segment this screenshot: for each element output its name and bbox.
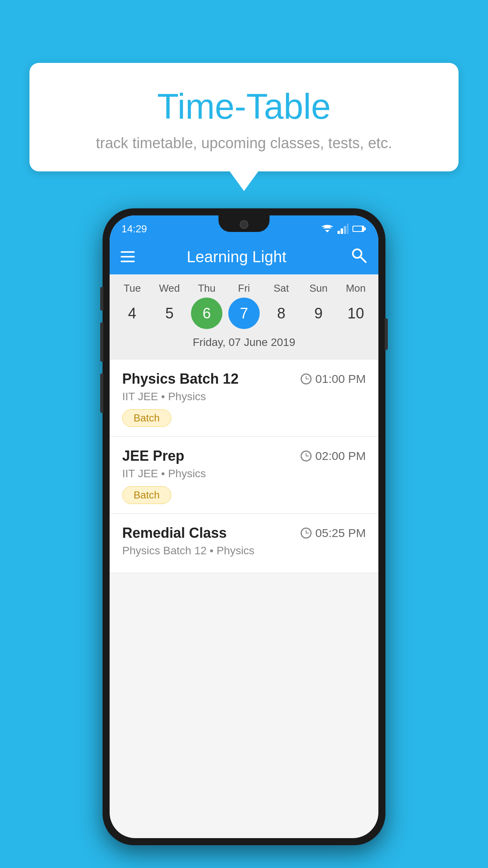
svg-rect-3 <box>344 226 346 234</box>
class-item-top: Physics Batch 12 01:00 PM <box>122 371 366 387</box>
volume-up-button <box>100 322 103 362</box>
class-time-value: 01:00 PM <box>316 372 366 386</box>
camera <box>240 220 248 229</box>
calendar-week: Tue Wed Thu Fri Sat Sun Mon 4 5 6 7 8 9 … <box>110 274 378 360</box>
day-headers: Tue Wed Thu Fri Sat Sun Mon <box>110 282 378 294</box>
bubble-title: Time-Table <box>49 86 439 127</box>
svg-rect-7 <box>353 226 362 231</box>
status-icons <box>321 224 367 234</box>
class-subject-3: Physics Batch 12 • Physics <box>122 544 366 557</box>
class-time-value-2: 02:00 PM <box>316 449 366 463</box>
phone-screen: 14:29 <box>110 215 378 838</box>
wifi-icon <box>321 224 334 234</box>
class-item-top-3: Remedial Class 05:25 PM <box>122 525 366 541</box>
day-numbers: 4 5 6 7 8 9 10 <box>110 294 378 332</box>
day-10[interactable]: 10 <box>340 298 371 329</box>
silent-button <box>100 287 103 311</box>
volume-down-button <box>100 373 103 413</box>
menu-icon[interactable] <box>121 251 135 262</box>
speech-bubble: Time-Table track timetable, upcoming cla… <box>29 63 459 171</box>
day-header-fri: Fri <box>228 282 260 294</box>
day-4[interactable]: 4 <box>116 298 148 329</box>
notch <box>218 215 270 232</box>
class-item-remedial[interactable]: Remedial Class 05:25 PM Physics Batch 12… <box>110 514 378 573</box>
day-header-sat: Sat <box>266 282 297 294</box>
class-subject: IIT JEE • Physics <box>122 390 366 403</box>
battery-icon <box>352 224 367 233</box>
class-item-top-2: JEE Prep 02:00 PM <box>122 448 366 464</box>
svg-marker-0 <box>325 230 330 232</box>
selected-date: Friday, 07 June 2019 <box>110 332 378 356</box>
bubble-subtitle: track timetable, upcoming classes, tests… <box>49 135 439 152</box>
class-time-value-3: 05:25 PM <box>316 526 366 540</box>
search-icon[interactable] <box>350 246 367 267</box>
day-5[interactable]: 5 <box>154 298 185 329</box>
svg-rect-2 <box>341 228 343 234</box>
class-item-jee-prep[interactable]: JEE Prep 02:00 PM IIT JEE • Physics Batc… <box>110 437 378 514</box>
clock-icon-2 <box>301 451 312 462</box>
phone-frame: 14:29 <box>103 208 385 845</box>
class-time-3: 05:25 PM <box>301 526 366 540</box>
signal-icon <box>338 224 349 234</box>
power-button <box>385 318 388 350</box>
day-header-thu: Thu <box>191 282 222 294</box>
class-time: 01:00 PM <box>301 372 366 386</box>
class-item-physics-batch-12[interactable]: Physics Batch 12 01:00 PM IIT JEE • Phys… <box>110 360 378 437</box>
day-header-tue: Tue <box>116 282 148 294</box>
svg-rect-4 <box>347 224 349 234</box>
clock-icon <box>301 373 312 384</box>
day-6-today[interactable]: 6 <box>191 298 222 329</box>
batch-badge: Batch <box>122 409 171 427</box>
class-subject-2: IIT JEE • Physics <box>122 467 366 480</box>
class-time-2: 02:00 PM <box>301 449 366 463</box>
class-name-3: Remedial Class <box>122 525 227 541</box>
svg-rect-6 <box>364 227 366 230</box>
day-header-mon: Mon <box>340 282 371 294</box>
day-8[interactable]: 8 <box>266 298 297 329</box>
class-name-2: JEE Prep <box>122 448 184 464</box>
svg-line-9 <box>360 257 366 262</box>
clock-icon-3 <box>301 528 312 539</box>
status-time: 14:29 <box>121 223 147 235</box>
day-header-wed: Wed <box>154 282 185 294</box>
batch-badge-2: Batch <box>122 486 171 504</box>
class-name: Physics Batch 12 <box>122 371 238 387</box>
svg-rect-1 <box>338 231 340 234</box>
app-title: Learning Light <box>147 248 327 266</box>
day-7-selected[interactable]: 7 <box>228 298 260 329</box>
app-bar: Learning Light <box>110 239 378 274</box>
day-9[interactable]: 9 <box>303 298 334 329</box>
phone-mockup: 14:29 <box>103 208 385 845</box>
class-list: Physics Batch 12 01:00 PM IIT JEE • Phys… <box>110 360 378 573</box>
day-header-sun: Sun <box>303 282 334 294</box>
